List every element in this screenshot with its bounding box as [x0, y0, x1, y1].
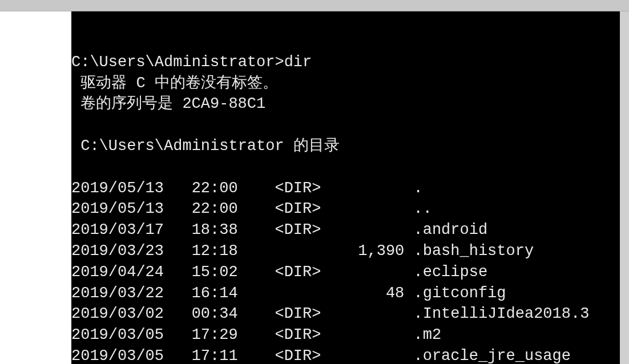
command-text: dir — [284, 54, 312, 71]
terminal-window[interactable]: C:\Users\Administrator>dir 驱动器 C 中的卷没有标签… — [71, 11, 620, 364]
directory-listing: 2019/05/13 22:00 <DIR> . 2019/05/13 22:0… — [71, 180, 589, 364]
serial-info: 卷的序列号是 2CA9-88C1 — [71, 95, 265, 112]
window-chrome-top — [0, 0, 629, 11]
page-left-margin — [0, 11, 71, 364]
terminal-output: C:\Users\Administrator>dir 驱动器 C 中的卷没有标签… — [71, 11, 620, 364]
prompt-path: C:\Users\Administrator> — [71, 54, 284, 71]
volume-info: 驱动器 C 中的卷没有标签。 — [71, 75, 278, 92]
directory-header: C:\Users\Administrator 的目录 — [71, 137, 340, 155]
command-prompt: C:\Users\Administrator>dir — [71, 54, 312, 71]
